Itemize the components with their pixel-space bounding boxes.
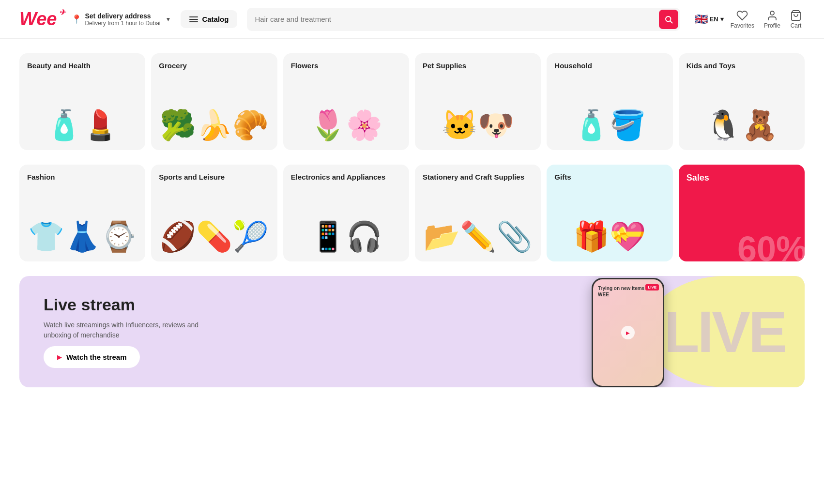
header-actions: 🇬🇧 EN ▾ Favorites Profile Cart bbox=[695, 10, 805, 29]
category-image-beauty: 🧴💄 bbox=[27, 75, 137, 143]
sales-percentage: 60% bbox=[737, 231, 805, 261]
category-image-flowers: 🌷🌸 bbox=[291, 75, 401, 143]
category-card-household[interactable]: Household🧴🪣 bbox=[547, 53, 672, 150]
profile-button[interactable]: Profile bbox=[761, 10, 783, 29]
category-label-grocery: Grocery bbox=[159, 61, 269, 71]
category-card-fashion[interactable]: Fashion👕👗⌚ bbox=[19, 165, 145, 261]
category-grid-row2: Fashion👕👗⌚Sports and Leisure🏈💊🎾Electroni… bbox=[19, 165, 805, 261]
chevron-down-icon: ▼ bbox=[166, 16, 171, 23]
category-label-flowers: Flowers bbox=[291, 61, 401, 71]
live-stream-title: Live stream bbox=[44, 295, 427, 314]
category-card-electronics[interactable]: Electronics and Appliances📱🎧 bbox=[283, 165, 409, 261]
category-image-stationery: 📂✏️📎 bbox=[423, 186, 533, 254]
category-label-sports: Sports and Leisure bbox=[159, 172, 269, 182]
search-input[interactable] bbox=[255, 15, 658, 23]
category-card-kids[interactable]: Kids and Toys🐧🧸 bbox=[679, 53, 805, 150]
location-pin-icon: 📍 bbox=[71, 14, 82, 25]
category-image-grocery: 🥦🍌🥐 bbox=[159, 75, 269, 143]
category-label-electronics: Electronics and Appliances bbox=[291, 172, 401, 182]
category-grid-row1: Beauty and Health🧴💄Grocery🥦🍌🥐Flowers🌷🌸Pe… bbox=[19, 53, 805, 150]
delivery-sub-label: Delivery from 1 hour to Dubai bbox=[85, 20, 160, 27]
yellow-blob-decoration bbox=[646, 276, 805, 387]
category-image-gifts: 🎁💝 bbox=[554, 186, 665, 254]
live-stream-description: Watch live streamings with Influencers, … bbox=[44, 320, 208, 340]
phone-mockup: Trying on new items from WEE LIVE ▶ bbox=[592, 278, 664, 387]
cart-label: Cart bbox=[791, 22, 802, 29]
flag-icon: 🇬🇧 bbox=[695, 13, 708, 26]
delivery-address[interactable]: 📍 Set delivery address Delivery from 1 h… bbox=[71, 12, 171, 27]
svg-point-0 bbox=[666, 16, 671, 22]
category-label-kids: Kids and Toys bbox=[687, 61, 797, 71]
category-image-electronics: 📱🎧 bbox=[291, 186, 401, 254]
category-label-beauty: Beauty and Health bbox=[27, 61, 137, 71]
play-icon: ▶ bbox=[57, 354, 61, 361]
catalog-button[interactable]: Catalog bbox=[181, 10, 237, 28]
category-image-pets: 🐱🐶 bbox=[423, 75, 533, 143]
category-card-flowers[interactable]: Flowers🌷🌸 bbox=[283, 53, 409, 150]
category-label-household: Household bbox=[554, 61, 665, 71]
live-stream-banner: Live stream Watch live streamings with I… bbox=[19, 276, 805, 387]
category-card-beauty[interactable]: Beauty and Health🧴💄 bbox=[19, 53, 145, 150]
category-card-sports[interactable]: Sports and Leisure🏈💊🎾 bbox=[151, 165, 277, 261]
watch-stream-button[interactable]: ▶ Watch the stream bbox=[44, 346, 140, 368]
category-card-pets[interactable]: Pet Supplies🐱🐶 bbox=[415, 53, 541, 150]
search-bar bbox=[247, 8, 680, 31]
category-card-stationery[interactable]: Stationery and Craft Supplies📂✏️📎 bbox=[415, 165, 541, 261]
category-card-grocery[interactable]: Grocery🥦🍌🥐 bbox=[151, 53, 277, 150]
delivery-address-label: Set delivery address bbox=[85, 12, 160, 20]
live-badge: LIVE bbox=[645, 284, 659, 290]
favorites-label: Favorites bbox=[731, 22, 754, 29]
category-label-fashion: Fashion bbox=[27, 172, 137, 182]
svg-point-2 bbox=[770, 11, 774, 15]
category-label-gifts: Gifts bbox=[554, 172, 665, 182]
lang-chevron-icon: ▾ bbox=[720, 15, 724, 23]
favorites-button[interactable]: Favorites bbox=[728, 10, 757, 29]
category-card-sales[interactable]: Sales60% bbox=[679, 165, 805, 261]
category-image-sports: 🏈💊🎾 bbox=[159, 186, 269, 254]
language-selector[interactable]: 🇬🇧 EN ▾ bbox=[695, 13, 724, 26]
hamburger-icon bbox=[189, 16, 198, 22]
svg-line-1 bbox=[670, 21, 672, 23]
profile-label: Profile bbox=[764, 22, 780, 29]
category-card-gifts[interactable]: Gifts🎁💝 bbox=[547, 165, 672, 261]
category-image-kids: 🐧🧸 bbox=[687, 75, 797, 143]
category-image-fashion: 👕👗⌚ bbox=[27, 186, 137, 254]
cart-button[interactable]: Cart bbox=[787, 10, 805, 29]
category-image-household: 🧴🪣 bbox=[554, 75, 665, 143]
category-label-pets: Pet Supplies bbox=[423, 61, 533, 71]
watch-stream-label: Watch the stream bbox=[66, 353, 126, 361]
logo[interactable]: Wee ✈ bbox=[19, 9, 57, 30]
phone-play-icon: ▶ bbox=[621, 326, 635, 339]
category-label-stationery: Stationery and Craft Supplies bbox=[423, 172, 533, 182]
category-label-sales: Sales bbox=[687, 172, 797, 183]
search-button[interactable] bbox=[659, 10, 678, 29]
